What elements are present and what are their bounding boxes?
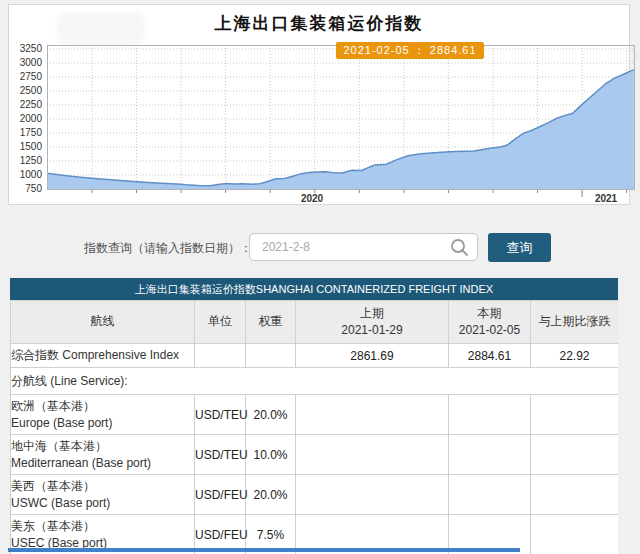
route-cell: 欧洲（基本港）Europe (Base port) bbox=[11, 395, 195, 435]
curr-period-cell bbox=[449, 395, 531, 435]
y-axis-tick-label: 2500 bbox=[9, 85, 42, 96]
change-cell: 22.92 bbox=[531, 344, 619, 368]
area-fill bbox=[47, 69, 635, 190]
y-axis-tick-label: 1000 bbox=[9, 169, 42, 180]
change-cell bbox=[531, 395, 619, 435]
index-query-label: 指数查询（请输入指数日期）： bbox=[84, 240, 252, 257]
curr-period-cell bbox=[449, 435, 531, 475]
scfi-table: 航线单位权重上期2021-01-29本期2021-02-05与上期比涨跌 综合指… bbox=[10, 300, 618, 554]
route-cell: 美西（基本港）USWC (Base port) bbox=[11, 475, 195, 515]
y-axis-tick-label: 750 bbox=[9, 183, 42, 194]
section-label-cell: 分航线 (Line Service): bbox=[11, 368, 619, 395]
chart-title: 上海出口集装箱运价指数 bbox=[9, 12, 629, 35]
prev-period-cell bbox=[296, 435, 449, 475]
route-cell: 综合指数 Comprehensive Index bbox=[11, 344, 195, 368]
search-icon[interactable] bbox=[450, 238, 469, 257]
table-row: 综合指数 Comprehensive Index2861.692884.6122… bbox=[11, 344, 619, 368]
unit-cell: USD/TEU bbox=[195, 435, 246, 475]
y-axis-tick-label: 1500 bbox=[9, 141, 42, 152]
column-header: 航线 bbox=[11, 301, 195, 344]
column-header: 与上期比涨跌 bbox=[531, 301, 619, 344]
chart-panel: 上海出口集装箱运价指数 2021-02-05 ： 2884.61 7501000… bbox=[8, 4, 630, 205]
table-row: 地中海（基本港）Mediterranean (Base port)USD/TEU… bbox=[11, 435, 619, 475]
weight-cell: 20.0% bbox=[246, 395, 296, 435]
table-body: 综合指数 Comprehensive Index2861.692884.6122… bbox=[11, 344, 619, 554]
table-row: 欧洲（基本港）Europe (Base port)USD/TEU20.0% bbox=[11, 395, 619, 435]
column-header: 本期2021-02-05 bbox=[449, 301, 531, 344]
chart-svg bbox=[47, 45, 635, 198]
y-axis-tick-label: 2250 bbox=[9, 99, 42, 110]
unit-cell bbox=[195, 344, 246, 368]
curr-period-cell: 2884.61 bbox=[449, 344, 531, 368]
unit-cell: USD/TEU bbox=[195, 395, 246, 435]
change-cell bbox=[531, 475, 619, 515]
y-axis-tick-label: 3250 bbox=[9, 43, 42, 54]
unit-cell: USD/FEU bbox=[195, 475, 246, 515]
route-cell: 地中海（基本港）Mediterranean (Base port) bbox=[11, 435, 195, 475]
curr-period-cell bbox=[449, 475, 531, 515]
prev-period-cell: 2861.69 bbox=[296, 344, 449, 368]
prev-period-cell bbox=[296, 475, 449, 515]
scfi-area-chart[interactable] bbox=[47, 45, 635, 190]
table-row: 分航线 (Line Service): bbox=[11, 368, 619, 395]
y-axis-tick-label: 1750 bbox=[9, 127, 42, 138]
bottom-blue-bar bbox=[8, 548, 520, 552]
index-date-input[interactable] bbox=[249, 233, 478, 261]
chart-tooltip: 2021-02-05 ： 2884.61 bbox=[336, 42, 484, 59]
scfi-table-panel: 上海出口集装箱运价指数SHANGHAI CONTAINERIZED FREIGH… bbox=[10, 278, 618, 554]
prev-period-cell bbox=[296, 395, 449, 435]
y-axis-tick-label: 1250 bbox=[9, 155, 42, 166]
weight-cell: 10.0% bbox=[246, 435, 296, 475]
weight-cell: 20.0% bbox=[246, 475, 296, 515]
y-axis-tick-label: 2000 bbox=[9, 113, 42, 124]
column-header: 上期2021-01-29 bbox=[296, 301, 449, 344]
change-cell bbox=[531, 515, 619, 554]
weight-cell bbox=[246, 344, 296, 368]
y-axis-tick-label: 3000 bbox=[9, 57, 42, 68]
query-button[interactable]: 查询 bbox=[488, 233, 551, 262]
table-row: 美西（基本港）USWC (Base port)USD/FEU20.0% bbox=[11, 475, 619, 515]
table-banner: 上海出口集装箱运价指数SHANGHAI CONTAINERIZED FREIGH… bbox=[10, 278, 618, 300]
column-header: 单位 bbox=[195, 301, 246, 344]
y-axis-tick-label: 2750 bbox=[9, 71, 42, 82]
table-header-row: 航线单位权重上期2021-01-29本期2021-02-05与上期比涨跌 bbox=[11, 301, 619, 344]
column-header: 权重 bbox=[246, 301, 296, 344]
change-cell bbox=[531, 435, 619, 475]
page: { "colors":{ "accent_orange":"#ea950e", … bbox=[0, 0, 640, 554]
x-axis-year-label: 2020 bbox=[301, 193, 323, 204]
x-axis-year-label: 2021 bbox=[595, 193, 617, 204]
